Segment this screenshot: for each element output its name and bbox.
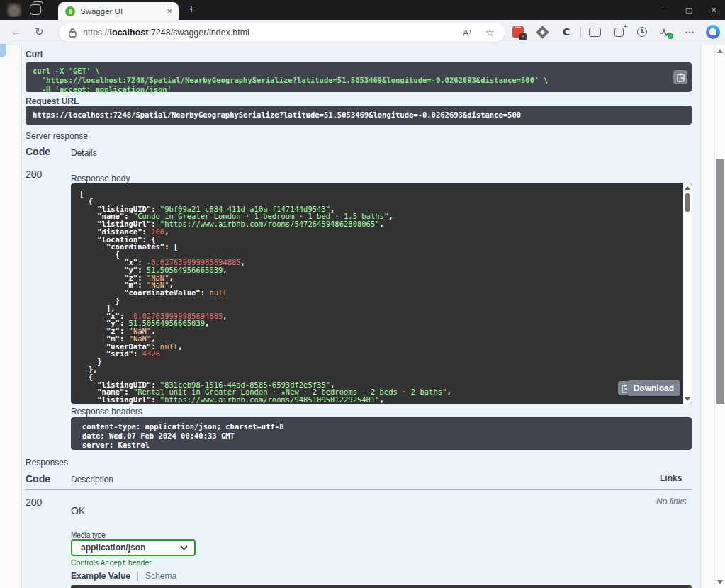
browser-profile-icon[interactable] <box>7 3 21 17</box>
response-body-label: Response body <box>71 174 130 183</box>
tab-title: Swagger UI <box>80 7 167 16</box>
responses-description-value: OK <box>71 505 85 516</box>
toolbar-divider <box>580 28 581 38</box>
page-scrollbar[interactable] <box>714 45 725 588</box>
tab-close-icon[interactable]: × <box>167 6 172 16</box>
lock-icon <box>69 28 77 38</box>
window-close-button[interactable]: ✕ <box>702 0 725 20</box>
responses-links-header: Links <box>660 473 682 483</box>
media-type-label: Media type <box>71 531 106 539</box>
browser-essentials-icon[interactable]: ✓ <box>659 26 672 38</box>
scroll-down-icon[interactable] <box>685 397 690 401</box>
extension-diamond-icon[interactable] <box>538 26 547 37</box>
window-minimize-button[interactable]: — <box>652 0 676 20</box>
response-headers-block: content-type: application/json; charset=… <box>71 417 692 450</box>
collections-icon[interactable] <box>614 26 624 37</box>
responses-divider <box>26 489 692 490</box>
swagger-favicon-icon: { } <box>65 6 75 16</box>
extension-c-icon[interactable]: C <box>563 26 570 38</box>
extension-badge: 2 <box>519 33 527 40</box>
tab-schema[interactable]: Schema <box>145 571 176 581</box>
responses-label: Responses <box>26 458 68 468</box>
responses-code-header: Code <box>26 473 50 485</box>
server-response-code-value: 200 <box>26 169 42 180</box>
extension-red-icon[interactable]: 2 <box>512 26 524 38</box>
window-maximize-button[interactable]: ▢ <box>677 0 701 20</box>
media-type-select[interactable]: application/json <box>71 539 196 556</box>
page-scroll-thumb[interactable] <box>716 159 724 404</box>
chevron-down-icon <box>180 545 188 550</box>
browser-toolbar: ← ↻ https://localhost:7248/swagger/index… <box>0 20 725 45</box>
media-type-value: application/json <box>81 543 145 553</box>
tab-example-value[interactable]: Example Value <box>71 571 130 581</box>
back-button-icon[interactable]: ← <box>11 26 21 38</box>
page-scroll-up-icon[interactable] <box>717 49 723 53</box>
request-url-value: https://localhost:7248/Spatial/NearbyGeo… <box>33 111 685 120</box>
server-response-label: Server response <box>26 131 88 141</box>
tab-separator <box>137 572 138 581</box>
example-schema-tabs: Example Value Schema <box>71 571 176 581</box>
page-scroll-down-icon[interactable] <box>717 580 723 584</box>
copilot-icon[interactable] <box>706 26 720 39</box>
history-icon[interactable] <box>637 26 647 37</box>
refresh-button-icon[interactable]: ↻ <box>35 26 44 38</box>
scroll-up-icon[interactable] <box>685 186 690 190</box>
download-button[interactable]: Download <box>627 380 680 396</box>
server-response-details-header: Details <box>71 148 97 158</box>
curl-command-block[interactable]: curl -X 'GET' \ 'https://localhost:7248/… <box>26 62 692 92</box>
browser-titlebar: { } Swagger UI × + — ▢ ✕ <box>0 0 725 20</box>
responses-description-header: Description <box>71 475 113 485</box>
server-response-code-header: Code <box>26 146 50 157</box>
responses-links-value: No links <box>656 497 687 507</box>
response-headers-label: Response headers <box>71 407 142 417</box>
request-url-label: Request URL <box>26 96 79 106</box>
browser-tab[interactable]: { } Swagger UI × <box>58 2 179 20</box>
page-edge-artifact <box>0 44 6 57</box>
new-tab-button[interactable]: + <box>184 3 198 16</box>
favorite-star-icon[interactable]: ☆ <box>485 26 495 39</box>
url-text: https://localhost:7248/swagger/index.htm… <box>83 28 249 38</box>
copy-curl-button[interactable] <box>673 70 687 84</box>
clipboard-icon <box>677 73 685 82</box>
curl-label: Curl <box>26 50 43 60</box>
workspaces-icon[interactable] <box>30 4 41 15</box>
response-headers-text: content-type: application/json; charset=… <box>82 422 680 450</box>
controls-accept-note: Controls Accept header. <box>71 558 153 567</box>
request-url-block: https://localhost:7248/Spatial/NearbyGeo… <box>26 106 692 125</box>
response-body-json: [ { "listingUID": "9bf09a21-c684-411d-a1… <box>79 190 683 404</box>
address-bar[interactable]: https://localhost:7248/swagger/index.htm… <box>60 23 505 42</box>
response-body-scrollbar[interactable] <box>683 183 692 404</box>
read-aloud-icon[interactable]: A⁾ <box>463 28 471 38</box>
responses-code-value: 200 <box>26 497 42 508</box>
swagger-page: Curl curl -X 'GET' \ 'https://localhost:… <box>0 45 725 588</box>
example-block-top-edge <box>71 585 692 588</box>
response-scroll-thumb[interactable] <box>685 193 690 212</box>
more-menu-icon[interactable]: … <box>685 23 695 36</box>
response-body-block[interactable]: [ { "listingUID": "9bf09a21-c684-411d-a1… <box>71 183 692 404</box>
curl-command-text: curl -X 'GET' \ 'https://localhost:7248/… <box>33 67 685 94</box>
split-screen-icon[interactable] <box>589 26 601 37</box>
